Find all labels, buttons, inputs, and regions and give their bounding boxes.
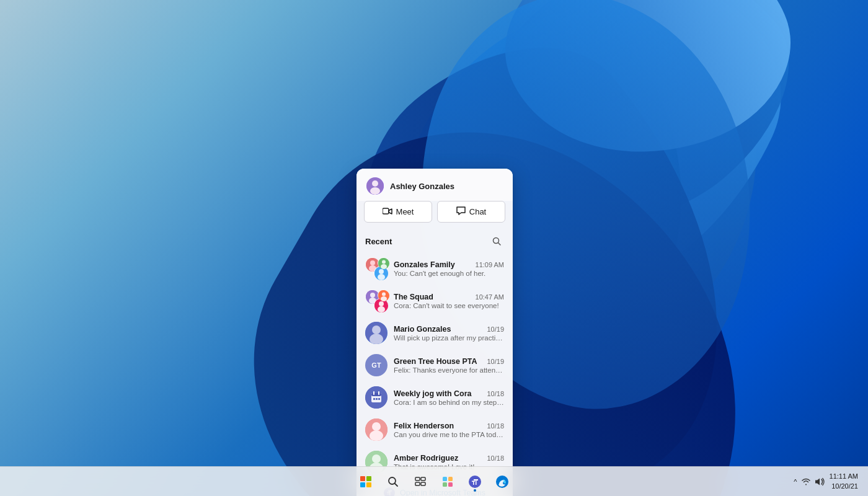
list-item[interactable]: The Squad 10:47 AM Cora: Can't wait to s… xyxy=(356,285,513,317)
edge-taskbar-button[interactable] xyxy=(490,469,515,494)
wifi-icon xyxy=(801,477,811,486)
svg-point-22 xyxy=(382,293,386,296)
chat-time: 11:09 AM xyxy=(476,261,504,268)
chat-name: Green Tree House PTA xyxy=(394,357,477,366)
chat-content: Gonzales Family 11:09 AM You: Can't get … xyxy=(394,260,504,277)
win-pane-blue xyxy=(360,482,365,487)
chat-label: Chat xyxy=(469,207,486,216)
widgets-icon xyxy=(442,476,453,487)
chat-top-row: Gonzales Family 11:09 AM xyxy=(394,260,504,269)
chat-content: The Squad 10:47 AM Cora: Can't wait to s… xyxy=(394,293,504,309)
list-item[interactable]: Mario Gonzales 10/19 Will pick up pizza … xyxy=(356,317,513,349)
user-avatar-svg xyxy=(366,177,384,195)
chat-button[interactable]: Chat xyxy=(437,201,505,223)
chat-top-row: The Squad 10:47 AM xyxy=(394,293,504,301)
svg-rect-44 xyxy=(415,477,420,480)
chat-top-row: Amber Rodriguez 10/18 xyxy=(394,454,504,463)
avatar xyxy=(365,257,388,280)
chat-top-row: Felix Henderson 10/18 xyxy=(394,422,504,430)
svg-rect-48 xyxy=(443,477,447,481)
win-pane-yellow xyxy=(366,482,371,487)
chat-time: 10:47 AM xyxy=(476,293,504,301)
svg-point-10 xyxy=(379,269,384,274)
svg-line-5 xyxy=(498,243,501,246)
svg-rect-47 xyxy=(421,482,425,485)
chat-content: Mario Gonzales 10/19 Will pick up pizza … xyxy=(394,325,504,342)
chat-name: Felix Henderson xyxy=(394,422,454,430)
popup-header: Ashley Gonzales xyxy=(356,169,513,201)
svg-point-23 xyxy=(381,296,387,301)
svg-point-16 xyxy=(370,293,375,298)
svg-point-1 xyxy=(372,180,378,187)
chat-name: Amber Rodriguez xyxy=(394,454,458,463)
avatar xyxy=(366,177,384,195)
chat-content: Weekly jog with Cora 10/18 Cora: I am so… xyxy=(394,389,504,406)
meet-button[interactable]: Meet xyxy=(364,201,432,223)
chat-name: Weekly jog with Cora xyxy=(394,389,472,398)
chat-name: Gonzales Family xyxy=(394,260,455,269)
user-display-name: Ashley Gonzales xyxy=(390,182,454,191)
chat-content: Green Tree House PTA 10/19 Felix: Thanks… xyxy=(394,357,504,374)
list-item[interactable]: GT Green Tree House PTA 10/19 Felix: Tha… xyxy=(356,349,513,381)
chat-preview: Can you drive me to the PTA today? xyxy=(394,431,504,438)
svg-point-20 xyxy=(378,306,385,312)
avatar xyxy=(365,386,388,409)
chat-top-row: Mario Gonzales 10/19 xyxy=(394,325,504,334)
svg-point-25 xyxy=(372,326,381,334)
task-view-icon xyxy=(415,476,426,487)
svg-point-39 xyxy=(372,454,381,463)
recent-label: Recent xyxy=(365,237,392,246)
chat-preview: You: Can't get enough of her. xyxy=(394,270,504,277)
svg-point-14 xyxy=(381,264,387,269)
teams-taskbar-icon xyxy=(469,476,481,488)
chat-name: The Squad xyxy=(394,293,433,301)
chat-preview: Cora: Can't wait to see everyone! xyxy=(394,302,504,309)
task-view-button[interactable] xyxy=(408,469,433,494)
svg-rect-46 xyxy=(415,482,420,485)
search-recent-button[interactable] xyxy=(489,234,504,249)
teams-taskbar-button[interactable] xyxy=(463,469,487,494)
recent-header: Recent xyxy=(356,230,513,252)
chat-top-row: Weekly jog with Cora 10/18 xyxy=(394,389,504,398)
win-pane-green xyxy=(366,476,371,481)
search-button[interactable] xyxy=(381,469,405,494)
chat-icon xyxy=(456,206,466,217)
svg-point-19 xyxy=(379,301,384,306)
current-time: 11:11 AM xyxy=(830,472,858,481)
meet-label: Meet xyxy=(396,207,414,216)
chat-list: Gonzales Family 11:09 AM You: Can't get … xyxy=(356,252,513,480)
chat-top-row: Green Tree House PTA 10/19 xyxy=(394,357,504,366)
avatar xyxy=(365,322,388,344)
chat-name: Mario Gonzales xyxy=(394,325,451,334)
svg-rect-51 xyxy=(448,482,453,487)
svg-point-2 xyxy=(370,187,380,195)
svg-rect-50 xyxy=(448,477,453,481)
clock-display[interactable]: 11:11 AM 10/20/21 xyxy=(830,472,858,491)
svg-rect-49 xyxy=(443,482,447,487)
list-item[interactable]: Felix Henderson 10/18 Can you drive me t… xyxy=(356,414,513,446)
search-taskbar-icon xyxy=(388,476,399,487)
avatar xyxy=(365,290,388,312)
search-icon xyxy=(492,237,501,246)
chat-content: Felix Henderson 10/18 Can you drive me t… xyxy=(394,422,504,438)
chat-time: 10/19 xyxy=(487,326,504,333)
action-buttons-row: Meet Chat xyxy=(356,201,513,230)
svg-point-11 xyxy=(378,274,385,280)
chat-time: 10/18 xyxy=(487,390,504,397)
svg-rect-34 xyxy=(378,398,380,400)
chat-popup: Ashley Gonzales Meet Chat Recent xyxy=(356,169,513,496)
taskbar: ^ 11:11 AM 10/20/21 xyxy=(0,466,868,496)
chevron-icon[interactable]: ^ xyxy=(794,478,797,485)
list-item[interactable]: Gonzales Family 11:09 AM You: Can't get … xyxy=(356,252,513,285)
widgets-button[interactable] xyxy=(435,469,460,494)
video-icon xyxy=(383,207,392,217)
svg-rect-3 xyxy=(383,208,389,214)
list-item[interactable]: Weekly jog with Cora 10/18 Cora: I am so… xyxy=(356,381,513,414)
svg-rect-33 xyxy=(376,398,378,400)
start-button[interactable] xyxy=(353,469,378,494)
win-pane-red xyxy=(360,476,365,481)
taskbar-center xyxy=(353,469,515,494)
svg-rect-32 xyxy=(373,398,375,400)
chat-preview: Cora: I am so behind on my step goals. xyxy=(394,399,504,406)
chat-preview: Will pick up pizza after my practice. xyxy=(394,334,504,342)
